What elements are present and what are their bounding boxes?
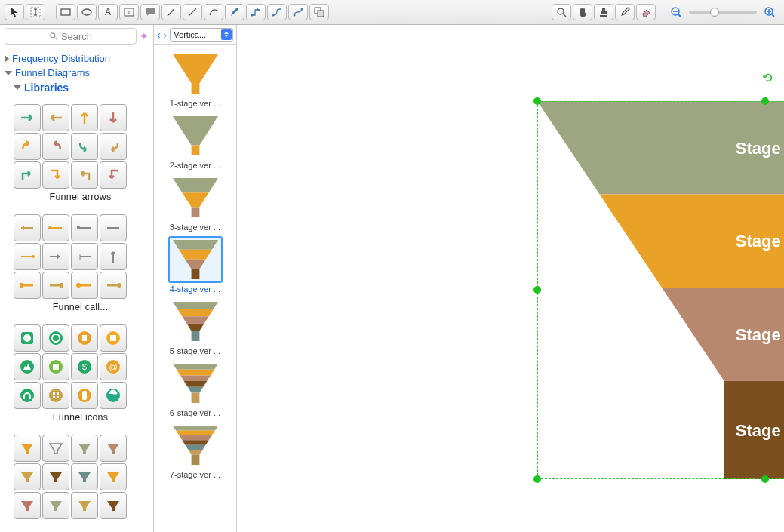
library-item[interactable] [42, 492, 69, 519]
library-item[interactable] [100, 104, 127, 131]
tree-item-libraries[interactable]: Libraries [5, 80, 152, 95]
arrow-tool[interactable] [161, 4, 181, 20]
wand-icon[interactable]: ✦ [140, 30, 149, 42]
library-item[interactable] [71, 324, 98, 352]
library-item[interactable] [42, 243, 69, 270]
shape-label: 4-stage ver ... [170, 283, 220, 294]
shape-item[interactable]: 7-stage ver ... [157, 420, 233, 481]
pencil-tool[interactable] [225, 4, 244, 20]
rectangle-tool[interactable] [56, 4, 75, 20]
library-item[interactable] [71, 272, 98, 299]
connector-tool-3[interactable] [288, 4, 308, 20]
library-item[interactable] [100, 463, 127, 490]
nav-back-button[interactable]: ‹ [157, 29, 161, 41]
zoom-slider-thumb[interactable] [710, 8, 719, 17]
library-item[interactable] [42, 463, 69, 490]
rotate-handle[interactable] [763, 72, 773, 83]
connector-tool-2[interactable] [267, 4, 287, 20]
library-item[interactable] [100, 133, 127, 160]
library-item[interactable] [14, 324, 41, 352]
curve-tool[interactable] [204, 4, 223, 20]
handle-top-center[interactable] [761, 97, 769, 105]
eyedropper-tool[interactable] [615, 4, 635, 20]
library-item[interactable] [71, 463, 98, 490]
library-item[interactable] [14, 214, 41, 241]
library-item[interactable] [14, 243, 41, 270]
pointer-tool[interactable] [5, 4, 24, 20]
shape-item[interactable]: 1-stage ver ... [157, 49, 233, 109]
eraser-tool[interactable] [636, 4, 656, 20]
connector-tool-1[interactable] [246, 4, 266, 20]
shape-item[interactable]: 2-stage ver ... [157, 111, 233, 171]
library-item[interactable] [100, 272, 127, 299]
shape-category-combo[interactable]: Vertica... [170, 28, 233, 42]
canvas[interactable]: Stage 1Stage 2Stage 3Stage 4 [237, 25, 784, 532]
tree-item-frequency-distribution[interactable]: Frequency Distribution [5, 51, 152, 66]
library-item[interactable] [42, 382, 69, 409]
library-item[interactable] [14, 161, 41, 189]
svg-text:Stage 2: Stage 2 [736, 232, 784, 251]
library-item[interactable] [71, 214, 98, 241]
library-item[interactable] [71, 492, 98, 519]
library-item[interactable] [14, 492, 41, 519]
zoom-tool[interactable] [552, 4, 571, 20]
pan-tool[interactable] [573, 4, 592, 20]
comment-tool[interactable] [140, 4, 160, 20]
library-item[interactable] [42, 104, 69, 131]
library-item[interactable] [14, 382, 41, 409]
library-section [0, 432, 153, 521]
zoom-in-button[interactable] [760, 4, 779, 20]
library-item[interactable] [71, 243, 98, 270]
funnel-shape[interactable]: Stage 1Stage 2Stage 3Stage 4 [537, 101, 784, 479]
shape-item[interactable]: 6-stage ver ... [157, 358, 233, 419]
handle-bottom-left[interactable] [533, 475, 541, 483]
library-item[interactable] [42, 324, 69, 352]
library-item[interactable] [71, 133, 98, 160]
text-cursor-tool[interactable] [26, 4, 45, 20]
shape-item[interactable]: 5-stage ver ... [157, 297, 233, 357]
library-item[interactable] [42, 214, 69, 241]
library-item[interactable] [14, 435, 41, 462]
library-item[interactable] [100, 161, 127, 189]
library-item[interactable] [71, 435, 98, 462]
shape-item[interactable]: 3-stage ver ... [157, 173, 233, 233]
library-item[interactable] [14, 353, 41, 380]
handle-bottom-center[interactable] [761, 475, 769, 483]
library-item[interactable] [14, 104, 41, 131]
library-item[interactable] [100, 214, 127, 241]
library-item[interactable] [100, 243, 127, 270]
line-tool[interactable] [183, 4, 202, 20]
library-item[interactable] [100, 492, 127, 519]
library-item[interactable] [42, 272, 69, 299]
library-item[interactable] [42, 161, 69, 189]
library-item[interactable] [42, 435, 69, 462]
library-item[interactable] [42, 353, 69, 380]
group-tool[interactable] [309, 4, 329, 20]
zoom-slider-track[interactable] [689, 11, 757, 14]
ellipse-tool[interactable] [77, 4, 97, 20]
handle-mid-left[interactable] [533, 286, 541, 294]
shape-item[interactable]: 4-stage ver ... [157, 235, 233, 295]
library-item[interactable]: $ [71, 353, 98, 380]
library-item[interactable] [14, 133, 41, 160]
zoom-out-button[interactable] [666, 4, 686, 20]
library-item[interactable] [14, 463, 41, 490]
svg-point-10 [294, 14, 296, 17]
library-item[interactable] [71, 161, 98, 189]
library-item[interactable] [100, 382, 127, 409]
library-item[interactable] [100, 324, 127, 352]
text-box-tool[interactable]: T [119, 4, 139, 20]
stamp-tool[interactable] [594, 4, 613, 20]
nav-forward-button[interactable]: › [164, 29, 168, 41]
library-item[interactable] [100, 435, 127, 462]
search-input[interactable]: Search [5, 28, 137, 45]
library-item[interactable] [71, 382, 98, 409]
svg-point-8 [251, 14, 254, 17]
library-item[interactable] [71, 104, 98, 131]
library-item[interactable] [42, 133, 69, 160]
library-item[interactable] [14, 272, 41, 299]
handle-top-left[interactable] [533, 97, 541, 105]
library-item[interactable]: @ [100, 353, 127, 380]
tree-item-funnel-diagrams[interactable]: Funnel Diagrams [5, 66, 152, 80]
font-tool[interactable]: A [98, 4, 118, 20]
